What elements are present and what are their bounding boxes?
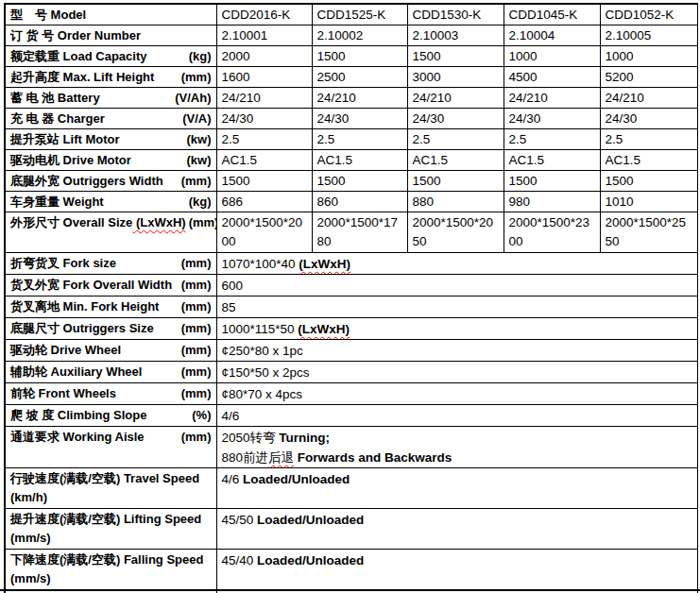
row-label-cell: 蓄 电 池 Battery(V/Ah)	[5, 88, 216, 109]
unit-label: (kg)	[189, 47, 212, 66]
row-label-cn: 行驶速度(满载/空载)	[10, 471, 120, 485]
row-label-cn: 起升高度	[10, 70, 60, 84]
unit-label: (V/A)	[182, 110, 211, 128]
row-label-layout: 折弯货叉 Fork size(mm)	[10, 254, 212, 273]
spec-table: 型 号 ModelCDD2016-KCDD1525-KCDD1530-KCDD1…	[4, 3, 698, 593]
row-label-text: 蓄 电 池 Battery	[10, 89, 100, 108]
model-value-cell: 2000*1500*2550	[600, 212, 697, 253]
model-value-cell: 1500	[312, 46, 407, 67]
row-label-text: 驱动电机 Drive Motor	[10, 151, 131, 170]
value-text: Forwards and Backwards	[298, 450, 452, 465]
row-label-en: Charger	[54, 111, 104, 126]
row-label-cell: 货叉离地 Min. Fork Height(mm)	[5, 296, 216, 318]
row-label-en: Auxiliary Wheel	[47, 364, 142, 379]
merged-value-cell: 2050转弯 Turning;880前进后退 Forwards and Back…	[216, 427, 697, 468]
model-value-cell: 24/30	[407, 109, 504, 129]
unit-label: (mm/s)	[10, 571, 51, 585]
spellcheck-flagged-text: 后退	[268, 450, 294, 465]
row-label-text: 爬 坡 度 Climbing Slope	[10, 406, 146, 425]
model-value-cell: 2.5	[216, 129, 312, 150]
row-label-en: Overall Size	[60, 215, 132, 229]
row-label-en: Max. Lift Height	[60, 70, 154, 84]
unit-label: (%)	[192, 406, 211, 425]
model-value-cell: 24/210	[312, 88, 407, 109]
row-label-layout: 充 电 器 Charger(V/A)	[10, 110, 212, 128]
model-value-cell: 2.10005	[600, 25, 697, 46]
merged-value-cell: 85	[216, 296, 697, 318]
row-label-layout: 车身重量 Weight(kg)	[10, 193, 212, 212]
row-label-text: 前轮 Front Wheels	[10, 384, 116, 403]
row-label-en: Model	[47, 8, 86, 22]
row-label-layout: 订 货 号 Order Number	[10, 26, 212, 45]
row-label-text: 充 电 器 Charger	[10, 110, 105, 128]
row-label-en: Travel Speed	[120, 471, 199, 485]
table-row: 起升高度 Max. Lift Height(mm)160025003000450…	[5, 67, 697, 88]
row-label-cell: 驱动电机 Drive Motor(kw)	[5, 150, 216, 171]
value-text: ¢80*70 x 4pcs	[222, 387, 303, 401]
row-label-en: Weight	[60, 195, 104, 209]
row-label-cell: 爬 坡 度 Climbing Slope(%)	[5, 405, 216, 427]
model-value-cell: 2.5	[504, 129, 600, 150]
unit-label: (km/h)	[10, 490, 47, 504]
unit-label: (mm)	[181, 384, 212, 403]
value-line: 4/6 Loaded/Unloaded	[222, 469, 692, 489]
model-value-cell: 24/30	[600, 109, 697, 129]
value-text: Loaded/Unloaded	[257, 513, 364, 527]
value-text: 85	[222, 300, 236, 314]
row-label-en: Battery	[54, 91, 99, 105]
merged-value-cell: 45/40 Loaded/Unloaded	[216, 550, 697, 590]
row-label-cn: 货叉离地	[10, 299, 60, 313]
row-label-cn: 货叉外宽	[10, 278, 60, 292]
unit-label: (mm)	[181, 254, 212, 273]
row-label-cell: 折弯货叉 Fork size(mm)	[5, 253, 216, 275]
row-label-cell: 额定载重 Load Capacity(kg)	[5, 46, 216, 67]
unit-label: (mm/s)	[10, 531, 51, 545]
row-label-cn: 通道要求	[10, 430, 60, 444]
model-value-cell: 686	[216, 192, 312, 212]
row-label-layout: 型 号 Model	[10, 6, 212, 25]
value-line: 600	[222, 276, 692, 296]
row-label-cn: 充 电 器	[10, 111, 54, 126]
model-value-cell: CDD2016-K	[216, 4, 312, 25]
model-value-cell: 2000*1500*2050	[407, 212, 504, 253]
unit-label: (mm)	[181, 341, 212, 360]
row-label-text: 型 号 Model	[10, 6, 86, 25]
unit-label: (V/Ah)	[175, 89, 211, 108]
row-label-en: Fork Overall Width	[60, 278, 172, 292]
row-label-cell: 辅助轮 Auxiliary Wheel(mm)	[5, 362, 216, 383]
row-label-layout: 提升泵站 Lift Motor(kw)	[10, 130, 212, 149]
model-value-cell: 980	[504, 192, 600, 212]
table-row: 驱动轮 Drive Wheel(mm)¢250*80 x 1pc	[5, 340, 697, 362]
unit-label: (mm)	[181, 68, 212, 87]
row-label-text: 辅助轮 Auxiliary Wheel	[10, 363, 142, 381]
table-row: 外形尺寸 Overall Size (LxWxH)(mm)2000*1500*2…	[5, 212, 697, 253]
model-value-cell: 24/210	[407, 88, 504, 109]
row-label-layout: 驱动轮 Drive Wheel(mm)	[10, 341, 212, 360]
model-value-cell: 2.5	[407, 129, 504, 150]
row-label-en: Lifting Speed	[120, 512, 201, 526]
model-value-cell: 2.10003	[407, 25, 504, 46]
unit-label: (mm)	[181, 428, 212, 447]
table-row: 提升泵站 Lift Motor(kw)2.52.52.52.52.5	[5, 129, 697, 150]
value-line: 1000*115*50 (LxWxH)	[222, 319, 692, 339]
table-row: 货叉外宽 Fork Overall Width(mm)600	[5, 275, 697, 296]
unit-label: (kw)	[187, 130, 212, 149]
row-label-cn: 驱动轮	[10, 343, 47, 357]
merged-value-cell: 1070*100*40 (LxWxH)	[216, 253, 697, 275]
model-value-cell: 2000*1500*1780	[312, 212, 407, 253]
model-value-cell: 1500	[312, 171, 407, 192]
row-label-layout: 驱动电机 Drive Motor(kw)	[10, 151, 212, 170]
row-label-cell: 下降速度(满载/空载) Falling Speed (mm/s)	[5, 550, 216, 590]
row-label-text: 货叉外宽 Fork Overall Width	[10, 276, 172, 295]
unit-label: (kg)	[189, 193, 212, 212]
merged-value-cell: 45/50 Loaded/Unloaded	[216, 509, 697, 550]
row-label-cell: 提升泵站 Lift Motor(kw)	[5, 129, 216, 150]
row-label-layout: 蓄 电 池 Battery(V/Ah)	[10, 89, 212, 108]
table-row: 车身重量 Weight(kg)6868608809801010	[5, 192, 697, 212]
row-label-layout: 底腿外宽 Outriggers Width(mm)	[10, 172, 212, 191]
row-label-cn: 下降速度(满载/空载)	[10, 552, 120, 567]
row-label-en: Min. Fork Height	[60, 299, 159, 313]
value-line: 45/50 Loaded/Unloaded	[222, 510, 692, 530]
model-value-cell: 1500	[504, 171, 600, 192]
model-value-cell: 1010	[600, 192, 697, 212]
